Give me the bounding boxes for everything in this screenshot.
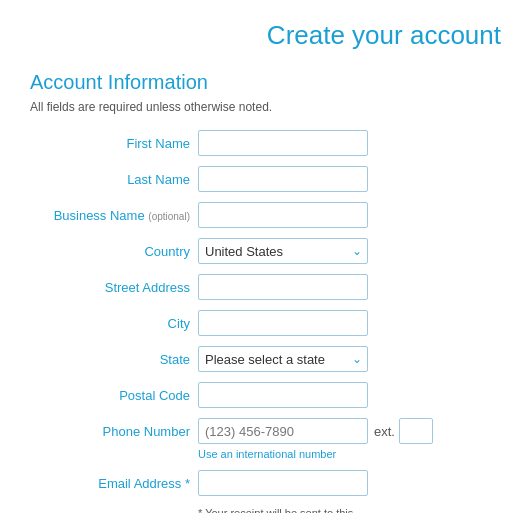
optional-tag: (optional) <box>148 211 190 222</box>
country-row: Country United States Canada United King… <box>30 238 501 264</box>
section-title: Account Information <box>30 71 501 94</box>
business-name-row: Business Name (optional) <box>30 202 501 228</box>
email-row: Email Address * <box>30 470 501 496</box>
business-name-input[interactable] <box>198 202 368 228</box>
city-label: City <box>30 316 190 331</box>
ext-input[interactable] <box>399 418 433 444</box>
country-select[interactable]: United States Canada United Kingdom Aust… <box>198 238 368 264</box>
email-note: * Your receipt will be sent to this addr… <box>198 506 388 513</box>
first-name-label: First Name <box>30 136 190 151</box>
postal-code-input[interactable] <box>198 382 368 408</box>
email-label: Email Address * <box>30 476 190 491</box>
first-name-input[interactable] <box>198 130 368 156</box>
state-label: State <box>30 352 190 367</box>
required-note: All fields are required unless otherwise… <box>30 100 501 114</box>
last-name-input[interactable] <box>198 166 368 192</box>
state-row: State Please select a state Alabama Alas… <box>30 346 501 372</box>
page-title: Create your account <box>30 20 501 51</box>
phone-number-input[interactable] <box>198 418 368 444</box>
phone-hint: Use an international number <box>198 448 501 460</box>
business-name-label: Business Name (optional) <box>30 208 190 223</box>
last-name-label: Last Name <box>30 172 190 187</box>
first-name-row: First Name <box>30 130 501 156</box>
street-address-input[interactable] <box>198 274 368 300</box>
ext-label: ext. <box>374 424 395 439</box>
street-address-row: Street Address <box>30 274 501 300</box>
street-address-label: Street Address <box>30 280 190 295</box>
country-select-wrapper: United States Canada United Kingdom Aust… <box>198 238 368 264</box>
state-select-wrapper: Please select a state Alabama Alaska Ari… <box>198 346 368 372</box>
city-row: City <box>30 310 501 336</box>
page-container: Create your account Account Information … <box>0 0 531 513</box>
email-input[interactable] <box>198 470 368 496</box>
phone-number-label: Phone Number <box>30 424 190 439</box>
state-select[interactable]: Please select a state Alabama Alaska Ari… <box>198 346 368 372</box>
postal-code-label: Postal Code <box>30 388 190 403</box>
postal-code-row: Postal Code <box>30 382 501 408</box>
country-label: Country <box>30 244 190 259</box>
phone-number-row: Phone Number ext. <box>30 418 501 444</box>
last-name-row: Last Name <box>30 166 501 192</box>
city-input[interactable] <box>198 310 368 336</box>
